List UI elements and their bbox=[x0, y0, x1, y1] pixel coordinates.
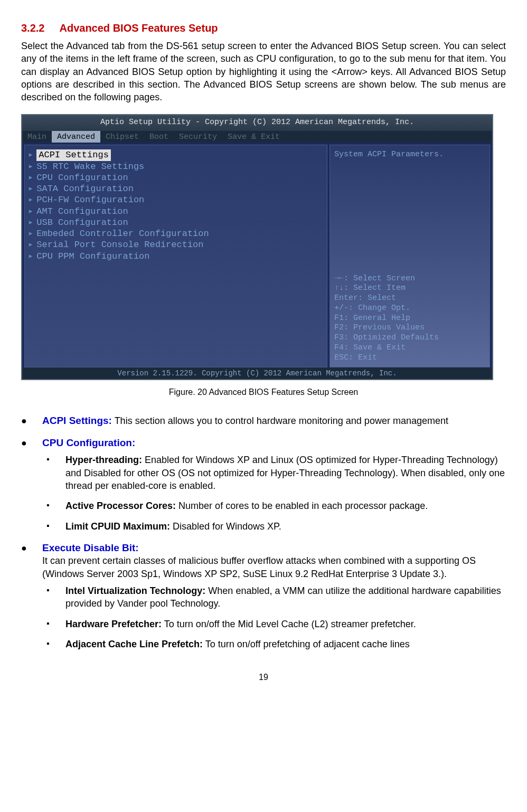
intro-paragraph: Select the Advanced tab from the DS-561 … bbox=[21, 40, 506, 103]
bios-menu: ▸ACPI Settings ▸S5 RTC Wake Settings ▸CP… bbox=[24, 145, 327, 367]
item-heading: ACPI Settings: bbox=[42, 415, 112, 426]
item-text: It can prevent certain classes of malici… bbox=[42, 555, 476, 579]
sub-bold: Active Processor Cores: bbox=[65, 501, 176, 511]
bios-menu-item: Embeded Controller Configuration bbox=[36, 229, 209, 239]
bios-right-panel: System ACPI Parameters. →←: Select Scree… bbox=[330, 145, 490, 367]
bios-menu-item: Serial Port Console Redirection bbox=[36, 240, 203, 250]
bios-menu-item: ACPI Settings bbox=[36, 149, 111, 160]
bios-menu-item: PCH-FW Configuration bbox=[36, 195, 144, 205]
section-heading: 3.2.2Advanced BIOS Features Setup bbox=[21, 21, 506, 35]
sub-text: Number of cores to be enabled in each pr… bbox=[176, 501, 428, 511]
bios-help: →←: Select Screen ↑↓: Select Item Enter:… bbox=[334, 274, 485, 363]
bios-screenshot: Aptio Setup Utility - Copyright (C) 2012… bbox=[21, 114, 493, 380]
bios-menu-item: CPU Configuration bbox=[36, 173, 128, 183]
sub-item: Intel Virtualization Technology: When en… bbox=[42, 584, 506, 610]
list-item-acpi: ACPI Settings: This section allows you t… bbox=[21, 414, 506, 428]
sub-text: To turn on/off the Mid Level Cache (L2) … bbox=[162, 619, 416, 629]
sub-text: To turn on/off prefetching of adjacent c… bbox=[203, 639, 410, 649]
bios-tab-main: Main bbox=[22, 131, 52, 143]
list-item-cpu: CPU Configuration: Hyper-threading: Enab… bbox=[21, 436, 506, 533]
bios-menu-item: S5 RTC Wake Settings bbox=[36, 162, 144, 172]
sub-text: Disabled for Windows XP. bbox=[170, 521, 281, 532]
sub-item: Adjacent Cache Line Prefetch: To turn on… bbox=[42, 638, 506, 650]
section-title: Advanced BIOS Features Setup bbox=[59, 22, 218, 34]
sub-item: Limit CPUID Maximum: Disabled for Window… bbox=[42, 520, 506, 533]
bios-tab-advanced: Advanced bbox=[52, 131, 100, 143]
sub-item: Active Processor Cores: Number of cores … bbox=[42, 499, 506, 512]
item-heading: CPU Configuration: bbox=[42, 437, 135, 448]
list-item-execute: Execute Disable Bit: It can prevent cert… bbox=[21, 541, 506, 650]
sub-bold: Hardware Prefetcher: bbox=[65, 619, 162, 629]
bios-menu-item: SATA Configuration bbox=[36, 184, 134, 194]
bios-help-line: ESC: Exit bbox=[334, 353, 485, 363]
bios-titlebar: Aptio Setup Utility - Copyright (C) 2012… bbox=[22, 115, 492, 131]
section-number: 3.2.2 bbox=[21, 22, 44, 34]
bios-tab-security: Security bbox=[174, 131, 222, 143]
bios-bottombar: Version 2.15.1229. Copyright (C) 2012 Am… bbox=[22, 367, 492, 379]
bios-help-line: +/-: Change Opt. bbox=[334, 304, 485, 314]
figure-caption: Figure. 20 Advanced BIOS Features Setup … bbox=[21, 386, 506, 398]
bios-help-line: F2: Previous Values bbox=[334, 323, 485, 333]
sub-item: Hardware Prefetcher: To turn on/off the … bbox=[42, 618, 506, 630]
bios-help-line: →←: Select Screen bbox=[334, 274, 485, 284]
bios-tab-chipset: Chipset bbox=[100, 131, 144, 143]
bios-help-line: F1: General Help bbox=[334, 314, 485, 324]
sub-bold: Adjacent Cache Line Prefetch: bbox=[65, 639, 203, 649]
bios-tab-save: Save & Exit bbox=[222, 131, 285, 143]
page-number: 19 bbox=[21, 672, 506, 683]
bios-description: System ACPI Parameters. bbox=[334, 149, 485, 160]
bios-help-line: F4: Save & Exit bbox=[334, 343, 485, 353]
sub-bold: Intel Virtualization Technology: bbox=[65, 586, 205, 596]
bios-menu-item: USB Configuration bbox=[36, 218, 128, 228]
bios-help-line: ↑↓: Select Item bbox=[334, 284, 485, 294]
bios-tab-boot: Boot bbox=[144, 131, 174, 143]
item-text: This section allows you to control hardw… bbox=[112, 416, 448, 426]
sub-bold: Hyper-threading: bbox=[65, 455, 142, 465]
sub-item: Hyper-threading: Enabled for Windows XP … bbox=[42, 454, 506, 492]
item-heading: Execute Disable Bit: bbox=[42, 542, 139, 553]
bios-tabs: Main Advanced Chipset Boot Security Save… bbox=[22, 131, 492, 143]
bios-help-line: F3: Optimized Defaults bbox=[334, 333, 485, 343]
bios-menu-item: AMT Configuration bbox=[36, 206, 128, 216]
bios-menu-item: CPU PPM Configuration bbox=[36, 251, 149, 261]
bios-help-line: Enter: Select bbox=[334, 294, 485, 304]
sub-bold: Limit CPUID Maximum: bbox=[65, 521, 170, 532]
